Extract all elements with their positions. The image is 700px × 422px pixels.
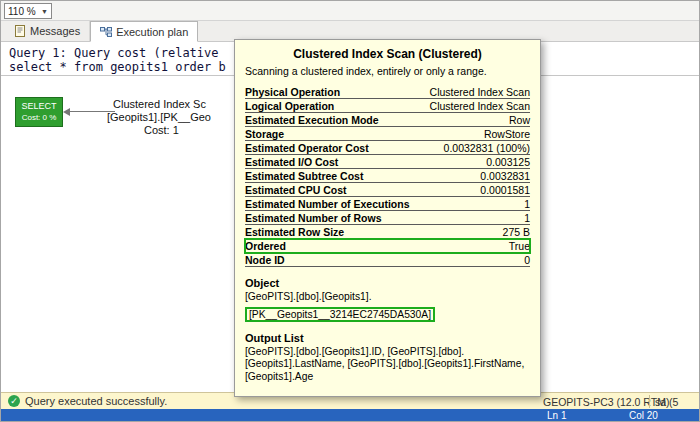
output-list-line: [GeoPITS].[dbo].[Geopits1].ID, [GeoPITS]… <box>245 346 530 359</box>
property-label: Estimated I/O Cost <box>245 156 338 168</box>
plan-arrow-icon <box>63 108 70 116</box>
property-row: Estimated Number of Rows 1 <box>245 211 530 225</box>
editor-status-bar: Ln 1 Col 20 <box>1 409 699 422</box>
tooltip-title: Clustered Index Scan (Clustered) <box>245 47 530 61</box>
property-label: Storage <box>245 128 284 140</box>
property-row: Physical Operation Clustered Index Scan <box>245 85 530 99</box>
select-node-cost: Cost: 0 % <box>16 112 62 123</box>
output-list-heading: Output List <box>245 332 530 344</box>
object-heading: Object <box>245 277 530 289</box>
property-row-ordered-highlighted: Ordered True <box>245 239 530 253</box>
select-node-label: SELECT <box>16 101 62 112</box>
zoom-dropdown[interactable]: 110 % ▼ <box>4 3 52 19</box>
tooltip-properties: Physical Operation Clustered Index Scan … <box>245 85 530 267</box>
status-user: sa (5 <box>655 396 678 408</box>
property-value: Row <box>509 114 530 126</box>
chevron-down-icon: ▼ <box>41 8 48 15</box>
property-label: Estimated Subtree Cost <box>245 170 363 182</box>
property-row: Estimated Row Size 275 B <box>245 225 530 239</box>
property-label: Estimated Number of Executions <box>245 198 410 210</box>
property-value: 275 B <box>503 226 530 238</box>
property-label: Estimated CPU Cost <box>245 184 347 196</box>
execution-plan-icon <box>100 26 112 38</box>
zoom-value: 110 % <box>8 6 36 17</box>
tab-messages[interactable]: Messages <box>5 21 90 41</box>
property-row: Estimated I/O Cost 0.003125 <box>245 155 530 169</box>
property-row: Estimated Operator Cost 0.0032831 (100%) <box>245 141 530 155</box>
query-cost-header: Query 1: Query cost (relative <box>9 46 219 60</box>
status-message: Query executed successfully. <box>25 395 167 407</box>
property-value: True <box>509 240 530 252</box>
property-value: 0.0032831 <box>480 170 530 182</box>
property-label: Estimated Execution Mode <box>245 114 379 126</box>
output-list-line: [Geopits1].LastName, [GeoPITS].[dbo].[Ge… <box>245 358 530 371</box>
property-row: Estimated Execution Mode Row <box>245 113 530 127</box>
scan-node-object: [Geopits1].[PK__Geo <box>107 111 211 123</box>
tab-execution-plan-label: Execution plan <box>116 26 188 38</box>
operator-tooltip: Clustered Index Scan (Clustered) Scannin… <box>234 39 541 397</box>
toolbar: 110 % ▼ <box>1 1 699 21</box>
property-row: Estimated Subtree Cost 0.0032831 <box>245 169 530 183</box>
property-value: RowStore <box>484 128 530 140</box>
property-value: Clustered Index Scan <box>430 100 530 112</box>
scan-node-cost: Cost: 1 <box>144 124 179 136</box>
property-row: Storage RowStore <box>245 127 530 141</box>
property-label: Physical Operation <box>245 86 340 98</box>
property-label: Ordered <box>245 240 286 252</box>
tooltip-subtitle: Scanning a clustered index, entirely or … <box>245 65 530 77</box>
property-row: Logical Operation Clustered Index Scan <box>245 99 530 113</box>
object-pk-highlighted: [PK__Geopits1__3214EC2745DA530A] <box>245 307 435 322</box>
ssms-execution-plan-window: 110 % ▼ Messages <box>0 0 700 422</box>
property-label: Estimated Row Size <box>245 226 344 238</box>
success-check-icon: ✓ <box>8 395 20 407</box>
property-value: 0.003125 <box>486 156 530 168</box>
tab-messages-label: Messages <box>30 25 80 37</box>
output-list-line: [Geopits1].Age <box>245 371 530 384</box>
messages-icon <box>14 25 26 37</box>
plan-node-select[interactable]: SELECT Cost: 0 % <box>15 97 63 127</box>
column-indicator: Col 20 <box>629 410 658 421</box>
property-value: 0 <box>524 254 530 266</box>
status-divider <box>649 395 650 408</box>
property-label: Estimated Operator Cost <box>245 142 369 154</box>
property-label: Estimated Number of Rows <box>245 212 382 224</box>
property-row: Node ID 0 <box>245 253 530 267</box>
property-value: 1 <box>524 212 530 224</box>
property-value: 0.0032831 (100%) <box>444 142 530 154</box>
property-value: Clustered Index Scan <box>430 86 530 98</box>
query-sql-text: select * from geopits1 order b <box>9 60 226 74</box>
property-row: Estimated CPU Cost 0.0001581 <box>245 183 530 197</box>
property-label: Logical Operation <box>245 100 334 112</box>
property-label: Node ID <box>245 254 285 266</box>
tab-execution-plan[interactable]: Execution plan <box>90 21 198 42</box>
property-value: 1 <box>524 198 530 210</box>
line-indicator: Ln 1 <box>547 410 566 421</box>
property-value: 0.0001581 <box>480 184 530 196</box>
scan-node-title[interactable]: Clustered Index Sc <box>113 98 206 110</box>
object-line: [GeoPITS].[dbo].[Geopits1]. <box>245 291 530 304</box>
status-server: GEOPITS-PC3 (12.0 RTM) <box>543 396 669 408</box>
property-row: Estimated Number of Executions 1 <box>245 197 530 211</box>
